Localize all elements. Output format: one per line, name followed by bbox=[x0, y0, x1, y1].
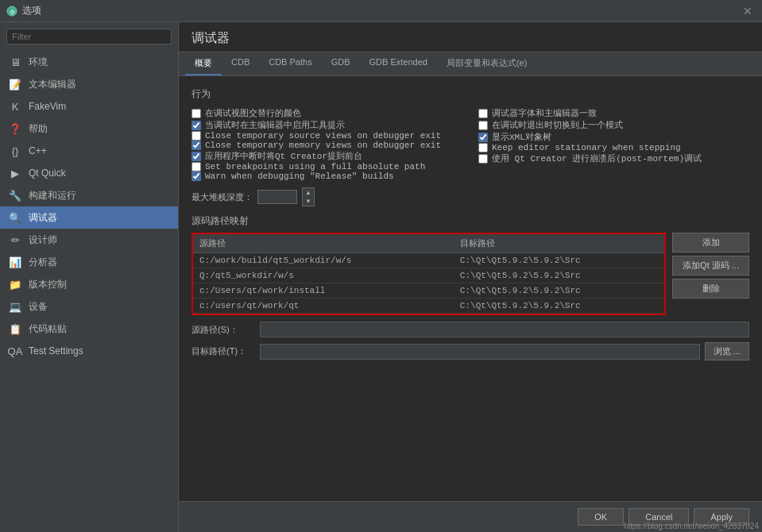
sidebar-item-env[interactable]: 🖥 环境 bbox=[0, 51, 178, 73]
stack-depth-input[interactable]: 20 bbox=[257, 190, 297, 204]
checkbox-label-toolTips: 当调试时在主编辑器中启用工具提示 bbox=[205, 119, 345, 131]
table-row[interactable]: c:/Users/qt/work/install C:\Qt\Qt5.9.2\5… bbox=[193, 283, 664, 299]
source-path-input[interactable] bbox=[260, 322, 749, 337]
sidebar-item-device[interactable]: 💻 设备 bbox=[0, 295, 178, 318]
sidebar-item-fakevim[interactable]: K FakeVim bbox=[0, 95, 178, 118]
checkbox-raiseFront: 应用程序中断时将Qt Creator提到前台 bbox=[191, 150, 462, 162]
tab-local[interactable]: 局部变量和表达式(e) bbox=[437, 52, 536, 75]
table-row[interactable]: c:/users/qt/work/qt C:\Qt\Qt5.9.2\5.9.2\… bbox=[193, 299, 664, 314]
page-title: 调试器 bbox=[179, 22, 762, 52]
checkbox-input-closeMem[interactable] bbox=[191, 141, 201, 150]
source-cell: C:/work/build/qt5_workdir/w/s bbox=[193, 253, 454, 268]
tab-cdb[interactable]: CDB bbox=[222, 52, 259, 75]
sidebar-item-help[interactable]: ❓ 帮助 bbox=[0, 118, 178, 140]
source-path-label: 源路径(S)： bbox=[191, 324, 255, 336]
checkbox-label-postMortem: 使用 Qt Creator 进行崩溃后(post-mortem)调试 bbox=[492, 152, 702, 164]
sidebar-icon-designer: ✏ bbox=[8, 233, 22, 247]
checkbox-input-postMortem[interactable] bbox=[478, 154, 488, 164]
source-cell: c:/Users/qt/work/install bbox=[193, 283, 454, 299]
sidebar-item-clipboard[interactable]: 📋 代码粘贴 bbox=[0, 318, 178, 340]
sidebar-item-test[interactable]: QA Test Settings bbox=[0, 340, 178, 362]
sidebar-item-cpp[interactable]: {} C++ bbox=[0, 140, 178, 162]
sidebar-icon-build: 🔧 bbox=[8, 188, 22, 202]
sidebar-label-designer: 设计师 bbox=[29, 233, 57, 247]
main-layout: 🖥 环境 📝 文本编辑器 K FakeVim ❓ 帮助 {} C++ ▶ Qt … bbox=[0, 22, 762, 532]
checkbox-label-switchMode: 在调试时退出时切换到上一个模式 bbox=[492, 119, 623, 131]
sidebar-label-build: 构建和运行 bbox=[29, 189, 76, 202]
tab-gdbext[interactable]: GDB Extended bbox=[360, 52, 437, 75]
source-cell: Q:/qt5_workdir/w/s bbox=[193, 268, 454, 283]
window-title: 选项 bbox=[22, 4, 41, 17]
filter-input[interactable] bbox=[6, 29, 172, 44]
browse-button[interactable]: 浏览 ... bbox=[705, 342, 749, 360]
checkbox-closeMem: Close temporary memory views on debugger… bbox=[191, 141, 462, 150]
checkbox-warnRelease: Warn when debugging "Release" builds bbox=[191, 172, 462, 181]
sidebar-label-cpp: C++ bbox=[29, 145, 47, 156]
sidebar-icon-vcs: 📁 bbox=[8, 277, 22, 291]
table-row[interactable]: C:/work/build/qt5_workdir/w/s C:\Qt\Qt5.… bbox=[193, 253, 664, 268]
checkbox-input-absPath[interactable] bbox=[191, 162, 201, 172]
sidebar-item-editor[interactable]: 📝 文本编辑器 bbox=[0, 73, 178, 95]
sidebar-item-qtquick[interactable]: ▶ Qt Quick bbox=[0, 162, 178, 184]
sidebar-icon-help: ❓ bbox=[8, 121, 22, 136]
checkbox-label-keepEditor: Keep editor stationary when stepping bbox=[492, 143, 681, 152]
app-icon: ⚙ bbox=[6, 6, 17, 17]
checkbox-input-raiseFront[interactable] bbox=[191, 152, 201, 161]
sidebar-label-clipboard: 代码粘贴 bbox=[29, 322, 67, 336]
checkbox-input-toolTips[interactable] bbox=[191, 121, 201, 130]
checkbox-input-switchMode[interactable] bbox=[478, 121, 488, 130]
stack-depth-spinner[interactable]: ▲ ▼ bbox=[302, 187, 315, 206]
tab-summary[interactable]: 概要 bbox=[185, 52, 222, 75]
watermark: https://blog.csdn.net/weixin_42837024 bbox=[624, 522, 759, 530]
content-area: 调试器 概要CDBCDB PathsGDBGDB Extended局部变量和表达… bbox=[179, 22, 762, 532]
sidebar-icon-qtquick: ▶ bbox=[8, 166, 22, 180]
checkbox-altColor: 在调试视图交替行的颜色 bbox=[191, 107, 462, 119]
close-button[interactable]: ✕ bbox=[740, 5, 756, 17]
checkbox-input-altColor[interactable] bbox=[191, 109, 201, 118]
tab-cdbpaths[interactable]: CDB Paths bbox=[259, 52, 321, 75]
source-map-section: 源码路径映射 源路径 目标路径 C: bbox=[191, 214, 749, 360]
ok-button[interactable]: OK bbox=[578, 508, 624, 526]
checkbox-input-warnRelease[interactable] bbox=[191, 172, 201, 181]
sidebar-label-analyzer: 分析器 bbox=[29, 256, 57, 269]
sidebar-item-debugger[interactable]: 🔍 调试器 bbox=[0, 206, 178, 229]
target-path-input[interactable] bbox=[260, 344, 700, 360]
sidebar-label-help: 帮助 bbox=[29, 122, 48, 136]
source-map-table: 源路径 目标路径 C:/work/build/qt5_workdir/w/s C… bbox=[193, 234, 664, 314]
add-source-button[interactable]: 添加Qt 源码 ... bbox=[672, 256, 749, 276]
delete-button[interactable]: 删除 bbox=[672, 279, 749, 299]
sidebar-item-build[interactable]: 🔧 构建和运行 bbox=[0, 184, 178, 206]
behavior-heading: 行为 bbox=[191, 87, 749, 101]
sidebar-icon-editor: 📝 bbox=[8, 77, 22, 91]
sidebar-item-analyzer[interactable]: 📊 分析器 bbox=[0, 251, 178, 273]
checkbox-label-warnRelease: Warn when debugging "Release" builds bbox=[205, 172, 394, 181]
checkbox-postMortem: 使用 Qt Creator 进行崩溃后(post-mortem)调试 bbox=[478, 152, 749, 164]
table-row[interactable]: Q:/qt5_workdir/w/s C:\Qt\Qt5.9.2\5.9.2\S… bbox=[193, 268, 664, 283]
sidebar-icon-debugger: 🔍 bbox=[8, 210, 22, 225]
checkbox-label-closeSrc: Close temporary source views on debugger… bbox=[205, 131, 441, 141]
target-cell: C:\Qt\Qt5.9.2\5.9.2\Src bbox=[454, 268, 664, 283]
checkbox-input-showDom[interactable] bbox=[478, 133, 488, 142]
tabs-bar: 概要CDBCDB PathsGDBGDB Extended局部变量和表达式(e) bbox=[179, 52, 762, 76]
col-source: 源路径 bbox=[193, 234, 454, 253]
spinner-up[interactable]: ▲ bbox=[303, 188, 314, 197]
sidebar-icon-analyzer: 📊 bbox=[8, 255, 22, 269]
checkbox-label-absPath: Set breakpoints using a full absolute pa… bbox=[205, 162, 425, 172]
checkbox-toolTips: 当调试时在主编辑器中启用工具提示 bbox=[191, 119, 462, 131]
sidebar-item-vcs[interactable]: 📁 版本控制 bbox=[0, 273, 178, 295]
sidebar-label-test: Test Settings bbox=[29, 345, 83, 357]
sidebar-icon-env: 🖥 bbox=[8, 55, 22, 69]
add-button[interactable]: 添加 bbox=[672, 233, 749, 253]
checkbox-input-closeSrc[interactable] bbox=[191, 131, 201, 141]
sidebar-label-editor: 文本编辑器 bbox=[29, 78, 76, 91]
tab-gdb[interactable]: GDB bbox=[322, 52, 360, 75]
sidebar-label-qtquick: Qt Quick bbox=[29, 168, 66, 179]
stack-depth-row: 最大堆栈深度： 20 ▲ ▼ bbox=[191, 187, 749, 206]
target-path-label: 目标路径(T)： bbox=[191, 345, 255, 357]
stack-depth-label: 最大堆栈深度： bbox=[191, 191, 253, 203]
checkbox-input-keepEditor[interactable] bbox=[478, 143, 488, 152]
checkbox-input-fontSync[interactable] bbox=[478, 109, 488, 118]
spinner-down[interactable]: ▼ bbox=[303, 197, 314, 206]
sidebar-item-designer[interactable]: ✏ 设计师 bbox=[0, 229, 178, 251]
checkbox-label-closeMem: Close temporary memory views on debugger… bbox=[205, 141, 441, 150]
